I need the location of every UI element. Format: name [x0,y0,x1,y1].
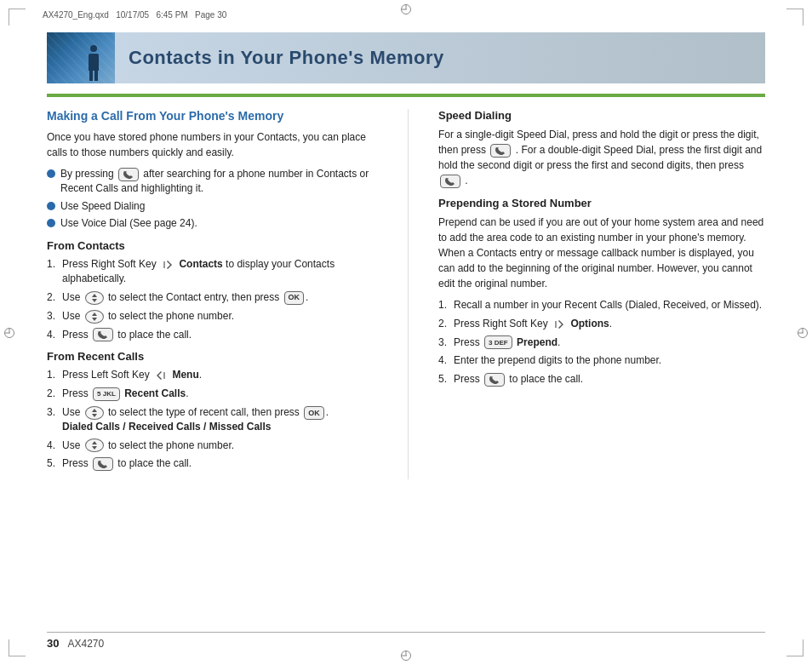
5jkl-key-icon: 5 JKL [93,387,120,401]
bullet-dot-1 [47,169,55,178]
prepend-step-4-text: Enter the prepend digits to the phone nu… [454,353,765,368]
person-silhouette [85,45,102,79]
page-number: 30 [47,637,59,650]
prepend-step-5: 5. Press to place the call. [438,372,765,387]
contacts-step-1: 1. Press Right Soft Key Contacts to disp… [47,257,374,286]
prepend-step-1-text: Recall a number in your Recent Calls (Di… [454,298,765,312]
right-soft-key-icon-2 [552,318,566,331]
ok-key-icon-1: OK [284,291,305,305]
left-section-title: Making a Call From Your Phone's Memory [47,109,374,123]
prepending-intro: Prepend can be used if you are out of yo… [438,215,765,291]
top-meta: AX4270_Eng.qxd 10/17/05 6:45 PM Page 30 [43,10,769,20]
contacts-step-3: 3. Use to select the phone number. [47,309,374,324]
recent-step-5: 5. Press to place the call. [47,456,374,471]
right-soft-key-icon-1 [161,258,174,272]
send-key-icon-3 [93,457,113,471]
cross-left [4,328,14,338]
main-content: Contacts in Your Phone's Memory Making a… [47,32,765,622]
green-divider [47,94,765,97]
bullet-list: By pressing after searching for a phone … [47,167,374,231]
page-title: Contacts in Your Phone's Memory [115,47,444,69]
svg-marker-8 [92,409,97,412]
corner-mark-tl [9,9,26,26]
nav-up-down-icon-4 [85,439,104,452]
prepend-step-4: 4. Enter the prepend digits to the phone… [438,353,765,368]
from-recent-list: 1. Press Left Soft Key Menu. 2. Press 5 … [47,368,374,471]
footer-line [47,632,765,633]
3def-key-icon: 3 DEF [484,335,512,349]
prepend-step-1: 1. Recall a number in your Recent Calls … [438,298,765,312]
corner-mark-br [786,639,803,656]
cross-right [798,328,808,338]
recent-step-4: 4. Use to select the phone number. [47,439,374,453]
svg-marker-3 [92,299,97,302]
bullet-item-1: By pressing after searching for a phone … [47,167,374,196]
meta-left: AX4270_Eng.qxd 10/17/05 6:45 PM Page 30 [43,10,226,20]
recent-step-1: 1. Press Left Soft Key Menu. [47,368,374,382]
bullet-item-2: Use Speed Dialing [47,199,374,214]
send-key-icon-1 [118,168,139,181]
footer: 30 AX4270 [47,637,765,650]
nav-up-down-icon-2 [85,310,104,324]
from-contacts-title: From Contacts [47,239,374,252]
from-contacts-list: 1. Press Right Soft Key Contacts to disp… [47,257,374,341]
header-image [47,32,115,83]
bullet-item-3: Use Voice Dial (See page 24). [47,216,374,231]
bullet-3-text: Use Voice Dial (See page 24). [60,216,197,231]
svg-marker-11 [92,446,97,450]
svg-marker-4 [92,312,97,316]
send-key-icon-5 [440,175,460,188]
prepending-list: 1. Recall a number in your Recent Calls … [438,298,765,387]
from-recent-title: From Recent Calls [47,350,374,363]
left-soft-key-icon-1 [154,369,168,382]
contacts-step-4: 4. Press to place the call. [47,328,374,342]
speed-dialing-title: Speed Dialing [438,109,765,122]
cross-bottom [401,651,411,661]
svg-marker-6 [157,371,162,380]
left-intro: Once you have stored phone numbers in yo… [47,129,374,160]
two-col-layout: Making a Call From Your Phone's Memory O… [47,109,765,479]
speed-dialing-text: For a single-digit Speed Dial, press and… [438,127,765,188]
send-key-icon-2 [93,328,113,341]
bullet-dot-3 [47,219,55,227]
nav-up-down-icon-1 [85,291,104,305]
send-key-icon-4 [490,144,511,158]
svg-marker-0 [167,261,172,269]
svg-marker-5 [92,318,97,321]
column-separator [408,109,409,479]
bullet-2-text: Use Speed Dialing [60,199,145,214]
corner-mark-bl [9,639,26,656]
contacts-step-2: 2. Use to select the Contact entry, then… [47,290,374,305]
svg-marker-2 [92,294,97,297]
recent-step-2: 2. Press 5 JKL Recent Calls. [47,387,374,401]
model-name: AX4270 [67,638,104,650]
nav-up-down-icon-3 [85,406,104,420]
svg-marker-10 [92,441,97,444]
prepend-step-2: 2. Press Right Soft Key Options. [438,317,765,331]
prepending-title: Prepending a Stored Number [438,197,765,209]
prepend-step-3: 3. Press 3 DEF Prepend. [438,335,765,350]
bullet-dot-2 [47,202,55,210]
page-header: Contacts in Your Phone's Memory [47,32,765,83]
svg-marker-9 [92,414,97,417]
ok-key-icon-2: OK [304,406,324,420]
bullet-1-text: By pressing after searching for a phone … [60,167,374,196]
send-key-icon-6 [484,373,505,387]
left-column: Making a Call From Your Phone's Memory O… [47,109,382,479]
recent-step-3: 3. Use to select the type of recent call… [47,405,374,434]
svg-marker-12 [558,320,563,329]
corner-mark-tr [786,9,803,26]
right-column: Speed Dialing For a single-digit Speed D… [434,109,765,479]
